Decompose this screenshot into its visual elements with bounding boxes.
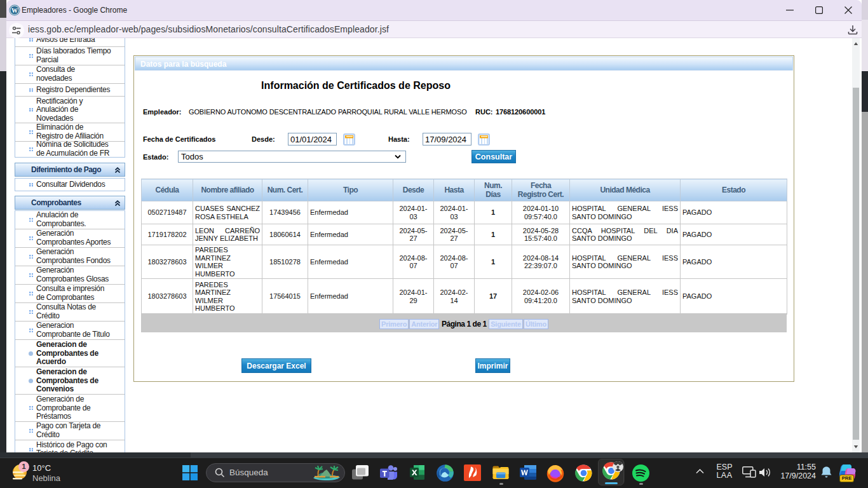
svg-text:W: W [11, 7, 18, 14]
